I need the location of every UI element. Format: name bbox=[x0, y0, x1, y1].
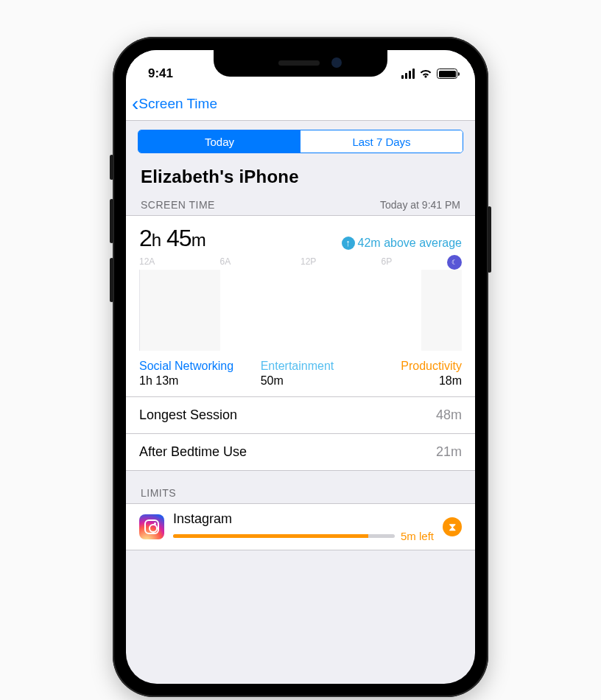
power-button bbox=[488, 206, 491, 273]
total-screen-time: 2h 45m bbox=[139, 225, 205, 252]
after-bedtime-row[interactable]: After Bedtime Use 21m bbox=[126, 433, 475, 470]
category-breakdown: Social Networking 1h 13m Entertainment 5… bbox=[139, 360, 462, 388]
mute-switch bbox=[110, 155, 113, 180]
wifi-icon bbox=[419, 69, 432, 79]
category-social: Social Networking 1h 13m bbox=[139, 360, 240, 388]
cellular-icon bbox=[401, 69, 415, 79]
arrow-up-icon: ↑ bbox=[342, 237, 355, 250]
device-title: Elizabeth's iPhone bbox=[141, 167, 460, 187]
usage-chart: 12A 6A 12P 6P ☾ bbox=[139, 256, 462, 351]
axis-label: 6P bbox=[382, 256, 393, 267]
limit-remaining: 5m left bbox=[401, 530, 434, 542]
screen: 9:41 ‹ Screen Time Today Last 7 Days Eli… bbox=[126, 50, 475, 684]
limit-app-name: Instagram bbox=[173, 511, 434, 527]
limit-progress-bar bbox=[173, 534, 395, 538]
nav-bar: ‹ Screen Time bbox=[126, 87, 475, 121]
row-value: 21m bbox=[436, 444, 462, 460]
segment-last-7-days[interactable]: Last 7 Days bbox=[300, 130, 463, 153]
hourglass-icon: ⧗ bbox=[443, 517, 462, 536]
limit-row-instagram[interactable]: Instagram 5m left ⧗ bbox=[126, 503, 475, 550]
axis-label: 12P bbox=[300, 256, 316, 267]
phone-frame: 9:41 ‹ Screen Time Today Last 7 Days Eli… bbox=[113, 37, 488, 697]
row-label: Longest Session bbox=[139, 407, 237, 423]
status-time: 9:41 bbox=[148, 66, 173, 81]
category-productivity: Productivity 18m bbox=[361, 360, 462, 388]
above-average-indicator: ↑ 42m above average bbox=[342, 237, 462, 250]
chevron-left-icon: ‹ bbox=[132, 94, 138, 114]
longest-session-row[interactable]: Longest Session 48m bbox=[126, 396, 475, 433]
bedtime-icon: ☾ bbox=[447, 255, 462, 270]
screen-time-section-header: SCREEN TIME Today at 9:41 PM bbox=[138, 199, 463, 215]
section-timestamp: Today at 9:41 PM bbox=[380, 199, 460, 211]
volume-up bbox=[110, 199, 113, 243]
row-label: After Bedtime Use bbox=[139, 444, 247, 460]
back-label: Screen Time bbox=[138, 96, 217, 112]
volume-down bbox=[110, 258, 113, 302]
instagram-icon bbox=[139, 514, 164, 539]
back-button[interactable]: ‹ Screen Time bbox=[132, 94, 217, 114]
row-value: 48m bbox=[436, 407, 462, 423]
time-range-segmented-control: Today Last 7 Days bbox=[138, 130, 463, 153]
axis-label: 6A bbox=[220, 256, 231, 267]
battery-icon bbox=[437, 69, 457, 79]
section-label: SCREEN TIME bbox=[141, 199, 215, 211]
category-entertainment: Entertainment 50m bbox=[240, 360, 362, 388]
axis-label: 12A bbox=[139, 256, 155, 267]
screen-time-card[interactable]: 2h 45m ↑ 42m above average 12A 6A 12P 6P bbox=[126, 215, 475, 471]
segment-today[interactable]: Today bbox=[138, 130, 300, 153]
limits-section-header: LIMITS bbox=[138, 471, 463, 503]
notch bbox=[214, 50, 387, 77]
